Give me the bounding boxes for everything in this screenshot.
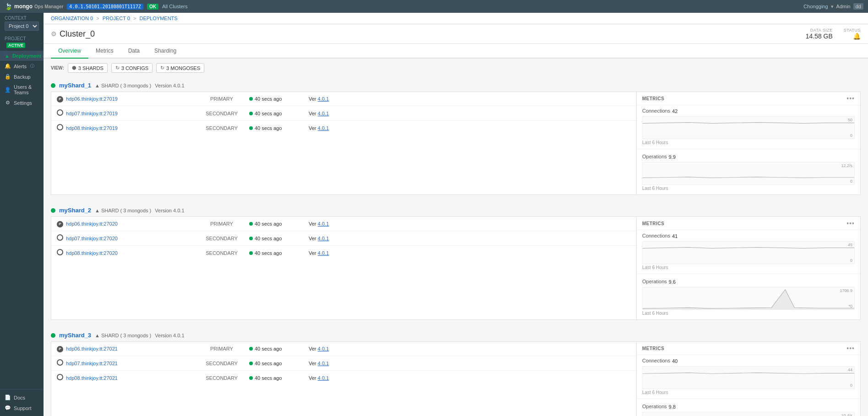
node-host-link[interactable]: hdp06.thinkjoy.tt:27019 (66, 96, 194, 102)
shard-1-type: ▲ SHARD (3 mongods) (95, 83, 151, 88)
shard-1-body: P hdp06.thinkjoy.tt:27019 PRIMARY 40 sec… (51, 92, 861, 195)
version-link[interactable]: 4.0.1 (318, 221, 329, 227)
shard-type-icon: ▲ (95, 333, 100, 338)
tab-metrics[interactable]: Metrics (88, 44, 121, 59)
sidebar-bottom: 📄 Docs 💬 Support (0, 389, 44, 416)
shard-2-type: ▲ SHARD (3 mongods) (95, 208, 151, 213)
view-mongoses-button[interactable]: ↻ 3 MONGOSES (156, 63, 204, 73)
node-version: Ver 4.0.1 (309, 111, 631, 116)
deployment-icon: ▲ (5, 53, 10, 59)
shard-3-table: P hdp06.thinkjoy.tt:27021 PRIMARY 40 sec… (51, 341, 636, 416)
status-dot (249, 112, 253, 115)
shard-type-icon: ▲ (95, 83, 100, 88)
node-status: 40 secs ago (249, 111, 309, 116)
metrics-more-button[interactable]: ••• (846, 220, 855, 227)
metrics-more-button[interactable]: ••• (846, 95, 855, 102)
shard-3-header: myShard_3 ▲ SHARD (3 mongods) Version 4.… (51, 327, 861, 341)
sidebar: CONTEXT Project 0 PROJECT ACTIVE ▲ Deplo… (0, 13, 44, 416)
secondary-icon (57, 359, 66, 367)
project-label: PROJECT (5, 36, 26, 41)
shard-2-name[interactable]: myShard_2 (59, 207, 91, 214)
view-configs-button[interactable]: ↻ 3 CONFIGS (111, 63, 153, 73)
tab-sharding[interactable]: Sharding (147, 44, 184, 59)
connections-value: 42 (672, 108, 677, 114)
main-content: ORGANIZATION 0 > PROJECT 0 > DEPLOYMENTS… (44, 13, 868, 416)
status-dot (249, 251, 253, 255)
node-version: Ver 4.0.1 (309, 375, 631, 381)
operations-period: Last 6 Hours (642, 311, 855, 318)
breadcrumb-org[interactable]: ORGANIZATION 0 (51, 16, 93, 21)
operations-value: 9.9 (669, 154, 676, 160)
table-row: hdp08.thinkjoy.tt:27019 SECONDARY 40 sec… (51, 121, 636, 135)
sidebar-item-support[interactable]: 💬 Support (0, 403, 44, 413)
tab-overview[interactable]: Overview (51, 44, 88, 59)
user-location[interactable]: Chongging (803, 4, 828, 9)
metrics-header: METRICS ••• (637, 342, 860, 355)
alerts-icon: 🔔 (5, 63, 11, 69)
sidebar-item-users[interactable]: 👤 Users & Teams (0, 82, 44, 97)
node-host-link[interactable]: hdp08.thinkjoy.tt:27021 (66, 375, 194, 381)
gear-icon[interactable]: ⚙ (51, 30, 57, 38)
node-role: PRIMARY (194, 221, 249, 227)
node-host-link[interactable]: hdp07.thinkjoy.tt:27021 (66, 361, 194, 366)
sidebar-item-alerts[interactable]: 🔔 Alerts ⓘ (0, 61, 44, 71)
version-link[interactable]: 4.0.1 (318, 250, 329, 256)
breadcrumb-deployments[interactable]: DEPLOYMENTS (140, 16, 178, 21)
view-shards-button[interactable]: ⬢ 3 SHARDS (68, 63, 108, 73)
configs-icon: ↻ (115, 65, 120, 71)
version-link[interactable]: 4.0.1 (318, 236, 329, 241)
sidebar-item-label: Alerts (14, 64, 27, 69)
tabs: Overview Metrics Data Sharding (44, 44, 868, 59)
node-version: Ver 4.0.1 (309, 221, 631, 227)
shard-3-name[interactable]: myShard_3 (59, 332, 91, 339)
version-link[interactable]: 4.0.1 (318, 125, 329, 131)
cluster-name: Cluster_0 (60, 29, 95, 39)
table-row: hdp07.thinkjoy.tt:27020 SECONDARY 40 sec… (51, 231, 636, 246)
sidebar-item-deployment[interactable]: ▲ Deployment (0, 51, 44, 61)
data-size-meta: DATA SIZE 14.58 GB (806, 28, 833, 40)
connections-label: Connections (642, 233, 670, 238)
node-host-link[interactable]: hdp08.thinkjoy.tt:27020 (66, 250, 194, 256)
node-host-link[interactable]: hdp06.thinkjoy.tt:27021 (66, 346, 194, 351)
project-select[interactable]: Project 0 (5, 22, 39, 31)
table-row: hdp08.thinkjoy.tt:27021 SECONDARY 40 sec… (51, 371, 636, 385)
chart-max: 10.4/s (841, 413, 852, 416)
user-initials: dd (853, 3, 863, 10)
version-link[interactable]: 4.0.1 (318, 361, 329, 366)
shard-2-table: P hdp06.thinkjoy.tt:27020 PRIMARY 40 sec… (51, 216, 636, 320)
version-link[interactable]: 4.0.1 (318, 346, 329, 351)
node-host-link[interactable]: hdp06.thinkjoy.tt:27020 (66, 221, 194, 227)
metrics-more-button[interactable]: ••• (846, 345, 855, 352)
ok-badge: OK (147, 4, 158, 10)
status-icon: 🔔 (844, 32, 861, 40)
version-link[interactable]: 4.0.1 (318, 96, 329, 102)
version-link[interactable]: 4.0.1 (318, 375, 329, 381)
shards-label: 3 SHARDS (78, 65, 104, 71)
sidebar-item-backup[interactable]: 🔒 Backup (0, 71, 44, 82)
tab-data[interactable]: Data (121, 44, 147, 59)
all-clusters-link[interactable]: All Clusters (162, 4, 188, 9)
data-size-value: 14.58 GB (806, 32, 833, 40)
node-role: SECONDARY (194, 361, 249, 366)
node-host-link[interactable]: hdp07.thinkjoy.tt:27020 (66, 236, 194, 241)
node-host-link[interactable]: hdp08.thinkjoy.tt:27019 (66, 125, 194, 131)
shard-section-2: myShard_2 ▲ SHARD (3 mongods) Version 4.… (51, 202, 861, 320)
breadcrumb-project[interactable]: PROJECT 0 (103, 16, 130, 21)
connections-value: 40 (672, 358, 677, 364)
connections-label: Connections (642, 108, 670, 113)
shard-section-3: myShard_3 ▲ SHARD (3 mongods) Version 4.… (51, 327, 861, 416)
shard-1-name[interactable]: myShard_1 (59, 82, 91, 89)
cluster-header: ⚙ Cluster_0 DATA SIZE 14.58 GB STATUS 🔔 (44, 24, 868, 44)
operations-label: Operations (642, 279, 667, 284)
node-version: Ver 4.0.1 (309, 96, 631, 102)
node-host-link[interactable]: hdp07.thinkjoy.tt:27019 (66, 111, 194, 116)
chevron-down-icon: ▾ (831, 4, 834, 10)
version-link[interactable]: 4.0.1 (318, 111, 329, 116)
chart-max: 12.2/s (841, 163, 852, 168)
connections-value: 41 (672, 233, 677, 239)
node-version: Ver 4.0.1 (309, 125, 631, 131)
sidebar-item-docs[interactable]: 📄 Docs (0, 392, 44, 403)
sidebar-project: PROJECT ACTIVE (0, 33, 44, 49)
sidebar-item-settings[interactable]: ⚙ Settings (0, 97, 44, 108)
node-status: 40 secs ago (249, 236, 309, 241)
